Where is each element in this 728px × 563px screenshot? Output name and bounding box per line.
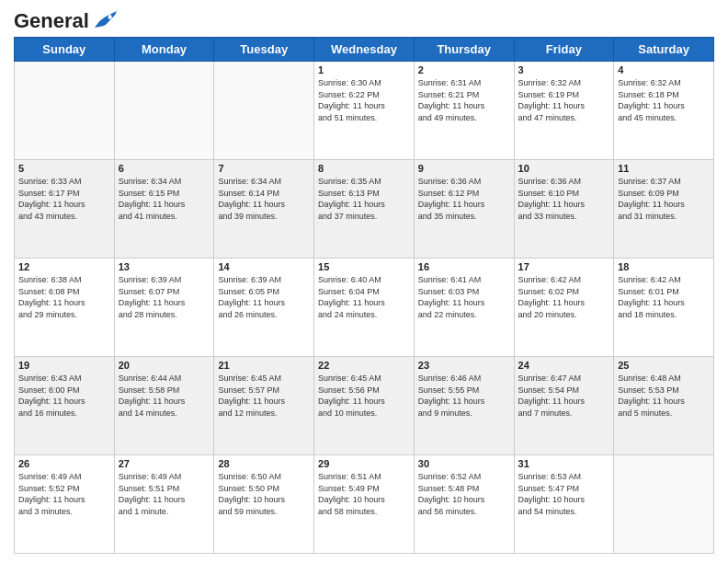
calendar-cell: 23Sunrise: 6:46 AM Sunset: 5:55 PM Dayli…	[414, 357, 514, 455]
calendar-cell: 6Sunrise: 6:34 AM Sunset: 6:15 PM Daylig…	[114, 160, 214, 259]
day-number: 17	[518, 261, 610, 272]
calendar-cell: 26Sunrise: 6:49 AM Sunset: 5:52 PM Dayli…	[15, 455, 115, 554]
weekday-header-sunday: Sunday	[15, 38, 115, 62]
calendar-table: SundayMondayTuesdayWednesdayThursdayFrid…	[14, 37, 714, 554]
calendar-cell: 5Sunrise: 6:33 AM Sunset: 6:17 PM Daylig…	[15, 160, 115, 259]
weekday-header-tuesday: Tuesday	[214, 38, 314, 62]
calendar-cell	[214, 62, 314, 160]
calendar-cell: 12Sunrise: 6:38 AM Sunset: 6:08 PM Dayli…	[15, 259, 115, 357]
calendar-week-row: 5Sunrise: 6:33 AM Sunset: 6:17 PM Daylig…	[15, 160, 714, 259]
day-number: 27	[119, 458, 210, 469]
calendar-week-row: 19Sunrise: 6:43 AM Sunset: 6:00 PM Dayli…	[15, 357, 714, 455]
cell-details: Sunrise: 6:40 AM Sunset: 6:04 PM Dayligh…	[318, 274, 410, 320]
cell-details: Sunrise: 6:42 AM Sunset: 6:02 PM Dayligh…	[518, 274, 610, 320]
day-number: 29	[318, 458, 410, 469]
cell-details: Sunrise: 6:52 AM Sunset: 5:48 PM Dayligh…	[418, 471, 510, 517]
day-number: 3	[518, 64, 610, 75]
calendar-cell: 4Sunrise: 6:32 AM Sunset: 6:18 PM Daylig…	[614, 62, 714, 160]
weekday-header-row: SundayMondayTuesdayWednesdayThursdayFrid…	[15, 38, 714, 62]
day-number: 7	[218, 163, 310, 174]
calendar-cell: 3Sunrise: 6:32 AM Sunset: 6:19 PM Daylig…	[514, 62, 614, 160]
weekday-header-saturday: Saturday	[614, 38, 714, 62]
day-number: 19	[18, 360, 110, 371]
cell-details: Sunrise: 6:34 AM Sunset: 6:15 PM Dayligh…	[119, 176, 210, 222]
calendar-cell: 18Sunrise: 6:42 AM Sunset: 6:01 PM Dayli…	[614, 259, 714, 357]
weekday-header-thursday: Thursday	[414, 38, 514, 62]
cell-details: Sunrise: 6:42 AM Sunset: 6:01 PM Dayligh…	[618, 274, 710, 320]
day-number: 30	[418, 458, 510, 469]
cell-details: Sunrise: 6:41 AM Sunset: 6:03 PM Dayligh…	[418, 274, 510, 320]
cell-details: Sunrise: 6:48 AM Sunset: 5:53 PM Dayligh…	[618, 373, 710, 419]
calendar-cell: 17Sunrise: 6:42 AM Sunset: 6:02 PM Dayli…	[514, 259, 614, 357]
calendar-cell: 7Sunrise: 6:34 AM Sunset: 6:14 PM Daylig…	[214, 160, 314, 259]
calendar-week-row: 26Sunrise: 6:49 AM Sunset: 5:52 PM Dayli…	[15, 455, 714, 554]
cell-details: Sunrise: 6:36 AM Sunset: 6:12 PM Dayligh…	[418, 176, 510, 222]
day-number: 24	[518, 360, 610, 371]
cell-details: Sunrise: 6:45 AM Sunset: 5:57 PM Dayligh…	[218, 373, 310, 419]
day-number: 15	[318, 261, 410, 272]
day-number: 28	[218, 458, 310, 469]
day-number: 12	[18, 261, 110, 272]
day-number: 13	[119, 261, 210, 272]
calendar-cell	[614, 455, 714, 554]
day-number: 2	[418, 64, 510, 75]
calendar-week-row: 1Sunrise: 6:30 AM Sunset: 6:22 PM Daylig…	[15, 62, 714, 160]
calendar-cell: 11Sunrise: 6:37 AM Sunset: 6:09 PM Dayli…	[614, 160, 714, 259]
cell-details: Sunrise: 6:34 AM Sunset: 6:14 PM Dayligh…	[218, 176, 310, 222]
day-number: 16	[418, 261, 510, 272]
calendar-cell: 30Sunrise: 6:52 AM Sunset: 5:48 PM Dayli…	[414, 455, 514, 554]
cell-details: Sunrise: 6:50 AM Sunset: 5:50 PM Dayligh…	[218, 471, 310, 517]
calendar-cell: 9Sunrise: 6:36 AM Sunset: 6:12 PM Daylig…	[414, 160, 514, 259]
logo-bird-icon	[91, 11, 117, 31]
calendar-cell: 21Sunrise: 6:45 AM Sunset: 5:57 PM Dayli…	[214, 357, 314, 455]
cell-details: Sunrise: 6:31 AM Sunset: 6:21 PM Dayligh…	[418, 77, 510, 123]
calendar-cell: 22Sunrise: 6:45 AM Sunset: 5:56 PM Dayli…	[314, 357, 415, 455]
day-number: 14	[218, 261, 310, 272]
cell-details: Sunrise: 6:49 AM Sunset: 5:51 PM Dayligh…	[119, 471, 210, 517]
cell-details: Sunrise: 6:45 AM Sunset: 5:56 PM Dayligh…	[318, 373, 410, 419]
day-number: 4	[618, 64, 710, 75]
day-number: 31	[518, 458, 610, 469]
calendar-cell: 13Sunrise: 6:39 AM Sunset: 6:07 PM Dayli…	[114, 259, 214, 357]
header: General	[14, 9, 714, 29]
day-number: 20	[119, 360, 210, 371]
calendar-cell: 29Sunrise: 6:51 AM Sunset: 5:49 PM Dayli…	[314, 455, 415, 554]
calendar-cell	[15, 62, 115, 160]
cell-details: Sunrise: 6:39 AM Sunset: 6:07 PM Dayligh…	[119, 274, 210, 320]
weekday-header-friday: Friday	[514, 38, 614, 62]
cell-details: Sunrise: 6:51 AM Sunset: 5:49 PM Dayligh…	[318, 471, 410, 517]
cell-details: Sunrise: 6:36 AM Sunset: 6:10 PM Dayligh…	[518, 176, 610, 222]
weekday-header-monday: Monday	[114, 38, 214, 62]
day-number: 10	[518, 163, 610, 174]
day-number: 18	[618, 261, 710, 272]
calendar-cell: 2Sunrise: 6:31 AM Sunset: 6:21 PM Daylig…	[414, 62, 514, 160]
cell-details: Sunrise: 6:44 AM Sunset: 5:58 PM Dayligh…	[119, 373, 210, 419]
day-number: 21	[218, 360, 310, 371]
logo: General	[14, 9, 117, 29]
calendar-cell: 28Sunrise: 6:50 AM Sunset: 5:50 PM Dayli…	[214, 455, 314, 554]
cell-details: Sunrise: 6:32 AM Sunset: 6:19 PM Dayligh…	[518, 77, 610, 123]
cell-details: Sunrise: 6:38 AM Sunset: 6:08 PM Dayligh…	[18, 274, 110, 320]
cell-details: Sunrise: 6:39 AM Sunset: 6:05 PM Dayligh…	[218, 274, 310, 320]
calendar-cell: 15Sunrise: 6:40 AM Sunset: 6:04 PM Dayli…	[314, 259, 415, 357]
cell-details: Sunrise: 6:30 AM Sunset: 6:22 PM Dayligh…	[318, 77, 410, 123]
day-number: 9	[418, 163, 510, 174]
calendar-cell: 8Sunrise: 6:35 AM Sunset: 6:13 PM Daylig…	[314, 160, 415, 259]
cell-details: Sunrise: 6:53 AM Sunset: 5:47 PM Dayligh…	[518, 471, 610, 517]
cell-details: Sunrise: 6:49 AM Sunset: 5:52 PM Dayligh…	[18, 471, 110, 517]
calendar-cell: 31Sunrise: 6:53 AM Sunset: 5:47 PM Dayli…	[514, 455, 614, 554]
calendar-week-row: 12Sunrise: 6:38 AM Sunset: 6:08 PM Dayli…	[15, 259, 714, 357]
day-number: 23	[418, 360, 510, 371]
day-number: 1	[318, 64, 410, 75]
cell-details: Sunrise: 6:46 AM Sunset: 5:55 PM Dayligh…	[418, 373, 510, 419]
day-number: 11	[618, 163, 710, 174]
calendar-cell	[114, 62, 214, 160]
cell-details: Sunrise: 6:47 AM Sunset: 5:54 PM Dayligh…	[518, 373, 610, 419]
calendar-cell: 1Sunrise: 6:30 AM Sunset: 6:22 PM Daylig…	[314, 62, 415, 160]
cell-details: Sunrise: 6:43 AM Sunset: 6:00 PM Dayligh…	[18, 373, 110, 419]
day-number: 22	[318, 360, 410, 371]
weekday-header-wednesday: Wednesday	[314, 38, 415, 62]
cell-details: Sunrise: 6:32 AM Sunset: 6:18 PM Dayligh…	[618, 77, 710, 123]
day-number: 25	[618, 360, 710, 371]
calendar-cell: 14Sunrise: 6:39 AM Sunset: 6:05 PM Dayli…	[214, 259, 314, 357]
